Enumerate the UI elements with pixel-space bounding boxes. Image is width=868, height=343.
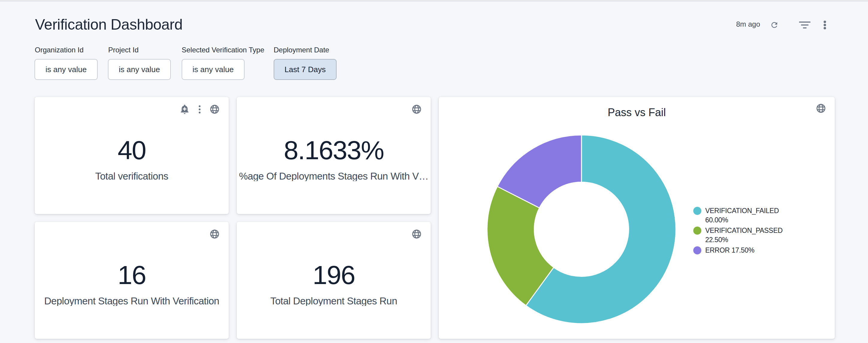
- legend-dot: [693, 207, 701, 215]
- globe-icon[interactable]: [210, 104, 219, 114]
- legend-label: VERIFICATION_FAILED 60.00%: [705, 206, 789, 225]
- filter-label-organization-id: Organization Id: [35, 46, 84, 55]
- globe-icon[interactable]: [412, 104, 422, 114]
- filter-value-verification-type[interactable]: is any value: [182, 59, 245, 80]
- filter-label-project-id: Project Id: [108, 46, 138, 55]
- filter-value-text: Last 7 Days: [284, 65, 326, 74]
- legend-item-verification_failed[interactable]: VERIFICATION_FAILED 60.00%: [693, 206, 792, 225]
- last-refresh-time: 8m ago: [736, 21, 760, 28]
- chart-legend: VERIFICATION_FAILED 60.00%VERIFICATION_P…: [693, 206, 792, 256]
- kpi-label: Total verifications: [35, 171, 229, 181]
- kpi-value: 8.1633%: [237, 137, 431, 163]
- kpi-card-total-verifications: 40 Total verifications: [35, 97, 229, 214]
- filter-value-project-id[interactable]: is any value: [108, 59, 171, 80]
- page-title: Verification Dashboard: [35, 17, 183, 32]
- kpi-label: Total Deployment Stages Run: [237, 296, 431, 306]
- globe-icon[interactable]: [210, 229, 219, 239]
- legend-dot: [693, 227, 701, 235]
- kpi-label: Deployment Stages Run With Verification: [35, 296, 229, 306]
- filter-label-verification-type: Selected Verification Type: [182, 46, 265, 55]
- more-menu-icon[interactable]: [822, 20, 828, 30]
- kebab-menu-icon[interactable]: [198, 105, 202, 114]
- donut-chart[interactable]: [487, 134, 677, 324]
- chart-title: Pass vs Fail: [439, 107, 835, 118]
- legend-label: VERIFICATION_PASSED 22.50%: [705, 226, 789, 244]
- filter-value-text: is any value: [119, 65, 160, 74]
- kpi-card-total-stages-run: 196 Total Deployment Stages Run: [237, 222, 431, 339]
- globe-icon[interactable]: [816, 104, 826, 113]
- filter-value-deployment-date[interactable]: Last 7 Days: [274, 59, 337, 80]
- filter-value-text: is any value: [45, 65, 87, 74]
- filter-icon[interactable]: [799, 22, 811, 28]
- donut-chart-card: Pass vs Fail VERIFICATION_FAILED 60.00%V…: [439, 97, 835, 339]
- alert-bell-icon[interactable]: [180, 104, 189, 115]
- kpi-value: 196: [237, 262, 431, 288]
- legend-item-error[interactable]: ERROR 17.50%: [693, 246, 792, 255]
- kpi-card-stages-with-verification: 16 Deployment Stages Run With Verificati…: [35, 222, 229, 339]
- top-divider-line: [0, 1, 868, 1]
- filter-value-text: is any value: [192, 65, 234, 74]
- legend-item-verification_passed[interactable]: VERIFICATION_PASSED 22.50%: [693, 226, 792, 244]
- filter-label-deployment-date: Deployment Date: [274, 46, 329, 55]
- kpi-value: 16: [35, 262, 229, 288]
- legend-label: ERROR 17.50%: [705, 246, 789, 255]
- filter-value-organization-id[interactable]: is any value: [34, 59, 98, 80]
- kpi-value: 40: [35, 137, 229, 163]
- refresh-icon[interactable]: [770, 21, 779, 29]
- globe-icon[interactable]: [412, 229, 422, 239]
- legend-dot: [693, 246, 701, 254]
- kpi-card-pct-deployments: 8.1633% %age Of Deployments Stages Run W…: [237, 97, 431, 214]
- kpi-label: %age Of Deployments Stages Run With V…: [237, 171, 431, 181]
